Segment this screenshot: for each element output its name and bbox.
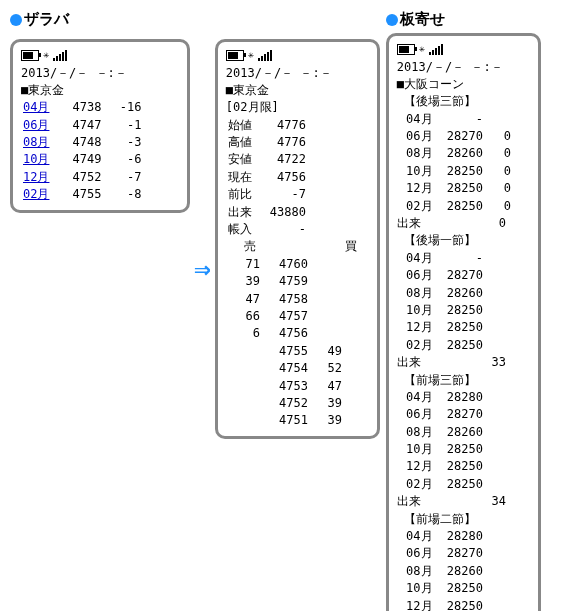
- price-cell: 28280: [435, 528, 485, 545]
- sell-qty: 39: [226, 273, 262, 290]
- month-cell: 10月: [397, 302, 435, 319]
- month-cell: 12月: [397, 319, 435, 336]
- change-cell: [485, 389, 513, 406]
- month-link[interactable]: 12月: [23, 170, 49, 184]
- table-row: 06月28270: [397, 545, 513, 562]
- change-cell: [485, 528, 513, 545]
- change-cell: [485, 250, 513, 267]
- price-cell: 28250: [435, 598, 485, 611]
- price-cell: 28260: [435, 285, 485, 302]
- month-cell: 04月: [397, 250, 435, 267]
- volume-row: 出来33: [397, 354, 530, 371]
- buy-qty: [310, 273, 344, 290]
- ohlc-label: 始値: [226, 117, 254, 134]
- table-row: 安値4722: [226, 151, 308, 168]
- sell-qty: 71: [226, 256, 262, 273]
- bullet-icon: [10, 14, 22, 26]
- buy-qty: [310, 308, 344, 325]
- signal-icon: [258, 50, 272, 61]
- change-cell: [485, 476, 513, 493]
- price-cell: 28250: [435, 302, 485, 319]
- volume-value: 33: [491, 354, 505, 371]
- table-row: 06月28270: [397, 267, 513, 284]
- sell-qty: [226, 360, 262, 377]
- book-row: 474758: [226, 291, 344, 308]
- sell-qty: [226, 378, 262, 395]
- sell-qty: 47: [226, 291, 262, 308]
- book-price: 4760: [262, 256, 310, 273]
- buy-qty: 49: [310, 343, 344, 360]
- change-cell: [485, 337, 513, 354]
- volume-value: 34: [491, 493, 505, 510]
- book-row: 475549: [226, 343, 344, 360]
- month-link[interactable]: 10月: [23, 152, 49, 166]
- detail-panel: ✳ 2013/－/－ －:－ ■東京金 [02月限] 始値4776高値4776安…: [215, 39, 380, 439]
- signal-icon: [53, 50, 67, 61]
- ohlc-value: -7: [254, 186, 308, 203]
- change-cell: 0: [485, 128, 513, 145]
- change-cell: [485, 267, 513, 284]
- month-link[interactable]: 06月: [23, 118, 49, 132]
- zaraba-heading-text: ザラバ: [24, 10, 69, 29]
- month-link[interactable]: 04月: [23, 100, 49, 114]
- orderbook: 7147603947594747586647576475647554947545…: [226, 256, 344, 430]
- volume-label: 出来: [397, 216, 421, 230]
- month-cell: 06月: [397, 406, 435, 423]
- table-row: 12月4752-7: [21, 169, 143, 186]
- volume-label: 出来: [397, 494, 421, 508]
- market-name: ■大阪コーン: [397, 76, 530, 93]
- book-row: 475239: [226, 395, 344, 412]
- table-row: 高値4776: [226, 134, 308, 151]
- ohlc-value: -: [254, 221, 308, 238]
- month-cell: 08月: [397, 285, 435, 302]
- ohlc-label: 安値: [226, 151, 254, 168]
- battery-icon: [226, 50, 244, 61]
- section-label: 【前場三節】: [397, 372, 530, 389]
- change-cell: -16: [103, 99, 143, 116]
- timestamp: 2013/－/－ －:－: [21, 65, 179, 82]
- table-row: 10月28250: [397, 580, 513, 597]
- price-cell: 28250: [435, 580, 485, 597]
- table-row: 12月28250: [397, 598, 513, 611]
- table-row: 12月282500: [397, 180, 513, 197]
- section-label: 【後場三節】: [397, 93, 530, 110]
- book-row: 475452: [226, 360, 344, 377]
- month-cell: 04月: [397, 389, 435, 406]
- itayose-heading: 板寄せ: [386, 10, 541, 29]
- change-cell: -3: [103, 134, 143, 151]
- market-name: ■東京金: [226, 82, 369, 99]
- price-cell: 28270: [435, 128, 485, 145]
- sell-qty: [226, 343, 262, 360]
- battery-icon: [21, 50, 39, 61]
- table-row: 04月-: [397, 250, 513, 267]
- contract-month: [02月限]: [226, 99, 369, 116]
- table-row: 04月4738-16: [21, 99, 143, 116]
- book-price: 4755: [262, 343, 310, 360]
- ohlc-label: 出来: [226, 204, 254, 221]
- table-row: 10月282500: [397, 163, 513, 180]
- change-cell: 0: [485, 163, 513, 180]
- book-price: 4753: [262, 378, 310, 395]
- table-row: 始値4776: [226, 117, 308, 134]
- session-table: 04月28280 06月28270 08月28260 10月28250 12月2…: [397, 528, 513, 611]
- change-cell: [485, 424, 513, 441]
- month-link[interactable]: 02月: [23, 187, 49, 201]
- table-row: 06月4747-1: [21, 117, 143, 134]
- month-link[interactable]: 08月: [23, 135, 49, 149]
- itayose-panel: ✳ 2013/－/－ －:－ ■大阪コーン 【後場三節】 04月- 06月282…: [386, 33, 541, 611]
- month-cell: 08月: [397, 424, 435, 441]
- table-row: 前比-7: [226, 186, 308, 203]
- change-cell: -8: [103, 186, 143, 203]
- price-cell: 28260: [435, 563, 485, 580]
- price-cell: 28250: [435, 337, 485, 354]
- month-cell: 02月: [397, 476, 435, 493]
- month-cell: 02月: [397, 198, 435, 215]
- month-cell: 06月: [397, 267, 435, 284]
- timestamp: 2013/－/－ －:－: [397, 59, 530, 76]
- price-cell: 4752: [51, 169, 103, 186]
- change-cell: -6: [103, 151, 143, 168]
- table-row: 現在4756: [226, 169, 308, 186]
- table-row: 12月28250: [397, 319, 513, 336]
- change-cell: [485, 111, 513, 128]
- battery-icon: [397, 44, 415, 55]
